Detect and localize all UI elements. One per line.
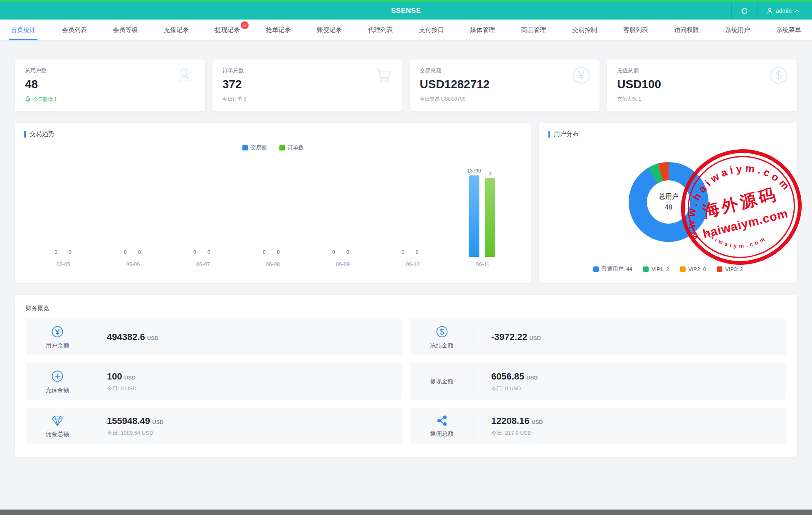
bar-group-06-11: 13790 3 xyxy=(467,168,495,257)
bar-value-label: 0 xyxy=(277,249,280,255)
stat-card-label: 总用户数 xyxy=(25,67,195,74)
nav-tab-14[interactable]: 访问权限 xyxy=(672,20,701,40)
nav-tab-5[interactable]: 提现记录6 xyxy=(213,20,242,40)
bar-column: 0 xyxy=(343,249,353,257)
finance-row-left: 充值金额 xyxy=(26,370,89,394)
nav-tab-16[interactable]: 系统菜单 xyxy=(775,20,803,40)
nav-tab-3[interactable]: 会员等级 xyxy=(111,20,139,40)
yen-circle-icon xyxy=(51,325,64,340)
bar-column: 0 xyxy=(328,249,339,257)
nav-tab-7[interactable]: 账变记录 xyxy=(315,20,343,40)
legend-item[interactable]: 订单数 xyxy=(279,144,304,151)
legend-item[interactable]: VIP1: 2 xyxy=(643,265,669,273)
finance-row-right: 100USD 今日: 0 USD xyxy=(89,371,137,392)
bar-group-06-07: 0 0 xyxy=(190,249,214,257)
stat-card-value: USD1282712 xyxy=(420,78,590,91)
notification-badge: 6 xyxy=(241,21,249,29)
bar-value-label: 0 xyxy=(332,249,335,255)
horizontal-scrollbar[interactable] xyxy=(0,509,812,515)
bar-column: 0 xyxy=(273,249,284,257)
dollar-circle-icon xyxy=(435,325,449,340)
user-distribution-donut: 总用户 48 xyxy=(629,162,708,242)
refresh-icon xyxy=(741,7,748,15)
nav-tab-8[interactable]: 代理列表 xyxy=(366,20,395,40)
stat-card-subtext: 今日交易 USD13790 xyxy=(420,96,590,103)
finance-row-2: 冻结金额 -3972.22USD xyxy=(410,319,787,355)
x-axis-tick: 06-08 xyxy=(260,261,285,267)
nav-tab-label: 媒体管理 xyxy=(470,26,495,34)
finance-row-5: 佣金总额 155948.49USD 今日: 1089.54 USD xyxy=(26,408,402,444)
bar-group-06-06: 0 0 xyxy=(120,249,145,257)
finance-title: 财务概览 xyxy=(26,305,786,312)
flame-icon xyxy=(25,96,31,103)
users-icon xyxy=(176,66,196,85)
x-axis-tick: 06-09 xyxy=(331,261,355,267)
bar-value-label: 0 xyxy=(193,249,196,255)
bar-column: 0 xyxy=(190,249,200,257)
title-accent-bar xyxy=(548,131,550,138)
bar-column: 0 xyxy=(65,249,75,257)
nav-tab-13[interactable]: 客服列表 xyxy=(622,20,650,40)
bar[interactable] xyxy=(485,178,495,257)
x-axis-tick: 06-11 xyxy=(470,261,495,267)
nav-tab-1[interactable]: 首页统计 xyxy=(9,20,37,40)
nav-tab-12[interactable]: 交易控制 xyxy=(570,20,599,40)
bar-group-06-08: 0 0 xyxy=(259,249,284,257)
legend-swatch xyxy=(242,145,248,150)
legend-item[interactable]: 交易额 xyxy=(242,144,267,151)
nav-tab-6[interactable]: 抢单记录 xyxy=(264,20,293,40)
nav-tab-label: 系统菜单 xyxy=(776,26,801,34)
yen-circle-icon xyxy=(572,66,590,86)
legend-item[interactable]: VIP2: 0 xyxy=(680,265,706,273)
user-menu[interactable]: admin xyxy=(757,2,812,20)
nav-tab-label: 商品管理 xyxy=(521,26,546,34)
stamp-bottom-text: haiwaiym.com xyxy=(704,217,769,258)
nav-tab-4[interactable]: 充值记录 xyxy=(162,20,190,40)
nav-tab-15[interactable]: 系统用户 xyxy=(723,20,752,40)
legend-item[interactable]: VIP3: 2 xyxy=(717,265,743,273)
trend-legend: 交易额订单数 xyxy=(24,144,522,151)
bar-column: 0 xyxy=(204,249,214,257)
stamp-main-text: haiwaiym.com xyxy=(701,207,790,241)
nav-tab-10[interactable]: 媒体管理 xyxy=(468,20,496,40)
legend-swatch xyxy=(643,266,649,272)
distribution-panel: 用户分布 总用户 48 普通用户: 44VIP1: 2VIP2: 0VIP3: … xyxy=(539,123,797,283)
stat-card-3: 交易总额 USD1282712 今日交易 USD13790 xyxy=(410,59,600,111)
trend-x-axis: 06-0506-0606-0706-0806-0906-1006-11 xyxy=(24,261,522,267)
nav-tab-label: 客服列表 xyxy=(623,26,648,34)
nav-tab-2[interactable]: 会员列表 xyxy=(60,20,89,40)
stat-card-subtext: 今日订单 3 xyxy=(222,96,392,103)
bar-value-label: 0 xyxy=(416,249,419,255)
stat-card-subtext: 充值人数 1 xyxy=(617,96,787,103)
nav-tab-11[interactable]: 商品管理 xyxy=(519,20,548,40)
gem-icon xyxy=(51,414,64,428)
stat-card-label: 订单总数 xyxy=(222,67,392,74)
user-icon xyxy=(767,7,773,14)
stat-card-value: USD100 xyxy=(617,78,787,91)
finance-row-today: 今日: 0 USD xyxy=(491,385,538,392)
charts-row: 交易趋势 交易额订单数 0 0 0 0 0 0 0 0 xyxy=(15,123,797,283)
nav-tab-label: 访问权限 xyxy=(674,26,699,34)
bar-column: 0 xyxy=(412,249,422,257)
legend-swatch xyxy=(680,266,686,272)
bar[interactable] xyxy=(469,175,479,257)
nav-tab-9[interactable]: 支付接口 xyxy=(417,20,446,40)
nav-tab-label: 会员列表 xyxy=(62,26,87,34)
stat-card-1: 总用户数 48 今日新增 1 xyxy=(15,59,205,111)
finance-row-today: 今日: 1089.54 USD xyxy=(107,429,163,437)
bar-value-label: 0 xyxy=(207,249,210,255)
bar-group-06-09: 0 0 xyxy=(328,249,353,257)
finance-grid: 用户余额 494382.6USD 冻结金额 -3972.22USD 充值金额 xyxy=(26,319,786,444)
legend-item[interactable]: 普通用户: 44 xyxy=(593,265,632,273)
bar-column: 0 xyxy=(398,249,408,257)
stat-card-4: 充值总额 USD100 充值人数 1 xyxy=(607,59,797,111)
x-axis-tick: 06-10 xyxy=(400,261,425,267)
finance-row-3: 充值金额 100USD 今日: 0 USD xyxy=(26,363,402,400)
finance-row-label: 充值金额 xyxy=(46,387,69,394)
nav-tab-label: 首页统计 xyxy=(11,26,36,34)
stat-card-label: 交易总额 xyxy=(420,67,590,74)
stat-card-label: 充值总额 xyxy=(617,67,787,74)
nav-tab-label: 充值记录 xyxy=(164,26,189,34)
nav-tab-label: 代理列表 xyxy=(368,26,393,34)
refresh-button[interactable] xyxy=(731,2,757,20)
